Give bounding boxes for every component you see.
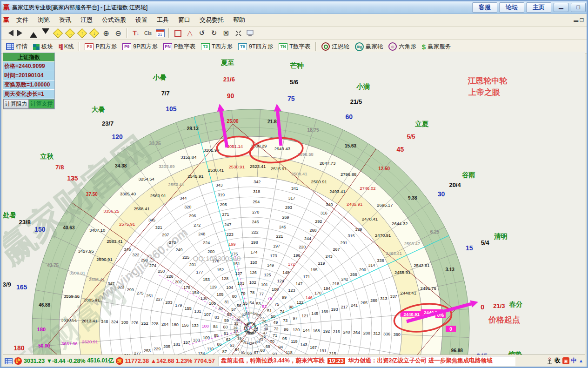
svg-text:3305.40: 3305.40	[120, 191, 136, 196]
view-button-0[interactable]: 行情	[6, 43, 27, 51]
pan-right-button[interactable]: →	[64, 28, 75, 38]
tray-arrow-icon[interactable]: ▲	[579, 358, 583, 363]
svg-text:2493.41: 2493.41	[329, 189, 345, 194]
svg-text:105: 105	[166, 105, 177, 113]
homepage-button[interactable]: 主页	[526, 2, 551, 13]
menu-item-8[interactable]: 交易委托	[195, 14, 228, 26]
menu-item-2[interactable]: 资讯	[54, 14, 76, 26]
calc-resistance-button[interactable]: 计算阻力	[3, 99, 29, 109]
rotate-ccw-button[interactable]: ↺	[196, 28, 207, 38]
pan-down-button[interactable]: ↓	[88, 28, 100, 38]
svg-text:3407.10: 3407.10	[89, 227, 105, 233]
svg-text:193: 193	[331, 307, 338, 312]
forum-button[interactable]: 论坛	[499, 2, 524, 13]
view-button-6[interactable]: T3T四方形	[201, 43, 233, 51]
svg-text:341: 341	[291, 186, 298, 191]
svg-text:2560.91: 2560.91	[150, 193, 166, 198]
shanghai-exchange-icon[interactable]: 沪	[14, 357, 22, 365]
cls-button[interactable]: Cls	[142, 28, 154, 38]
svg-text:52: 52	[262, 304, 267, 309]
svg-text:50.00: 50.00	[38, 343, 50, 348]
triangle-tool-button[interactable]: △	[184, 28, 195, 38]
view-button-10[interactable]: Big赢家轮	[355, 42, 383, 51]
svg-text:199: 199	[229, 242, 236, 247]
screen-button[interactable]	[245, 28, 256, 38]
menu-item-3[interactable]: 江恩	[76, 14, 97, 26]
svg-text:220: 220	[299, 245, 306, 249]
view-icon-5: PN	[163, 43, 172, 50]
menu-item-6[interactable]: 工具	[152, 14, 174, 26]
menu-item-0[interactable]: 文件	[12, 14, 33, 26]
view-label-3: P四方形	[95, 43, 117, 51]
forward-button[interactable]	[16, 28, 27, 38]
menu-item-5[interactable]: 设置	[131, 14, 152, 26]
view-button-8[interactable]: TNT数字表	[279, 43, 310, 51]
close-box-button[interactable]: ⊠	[220, 28, 232, 38]
view-button-9[interactable]: 江恩轮	[321, 42, 349, 51]
menu-item-1[interactable]: 浏览	[33, 14, 54, 26]
app-logo-icon: 赢	[3, 3, 10, 12]
tray-receive-label[interactable]: 收	[555, 357, 561, 365]
svg-text:85: 85	[214, 333, 219, 338]
svg-text:155: 155	[185, 306, 192, 311]
customer-service-button[interactable]: 客服	[472, 2, 497, 13]
pan-left-button[interactable]: ←	[52, 28, 63, 38]
svg-text:2949.43: 2949.43	[274, 146, 290, 151]
svg-text:247: 247	[224, 222, 231, 227]
svg-text:37.50: 37.50	[86, 192, 98, 197]
svg-text:57: 57	[231, 307, 236, 312]
svg-text:119: 119	[291, 339, 297, 344]
svg-text:2538.41: 2538.41	[208, 167, 224, 173]
svg-text:110: 110	[207, 347, 214, 351]
svg-text:28.13: 28.13	[187, 126, 199, 131]
rotate-cw-button[interactable]: ↻	[208, 28, 220, 38]
svg-text:321: 321	[155, 225, 162, 230]
view-button-4[interactable]: P99P四方形	[122, 43, 158, 51]
square-tool-button[interactable]	[172, 28, 183, 38]
svg-text:312: 312	[373, 331, 380, 336]
view-button-2[interactable]: ꔪ|||K线	[59, 43, 74, 51]
svg-text:154: 154	[192, 290, 199, 295]
svg-text:24: 24	[254, 326, 258, 330]
svg-text:147: 147	[296, 281, 303, 286]
svg-text:135: 135	[67, 174, 78, 182]
quote-grid-icon[interactable]	[5, 358, 13, 364]
t-indicator-button[interactable]: T↓	[130, 28, 141, 38]
view-button-3[interactable]: P3P四方形	[85, 43, 117, 51]
zoom-out-button[interactable]: ⊖	[113, 28, 124, 38]
menu-item-4[interactable]: 公式选股	[97, 14, 131, 26]
maximize-button[interactable]: ❐	[571, 3, 586, 12]
view-button-12[interactable]: $赢家服务	[422, 43, 451, 51]
down-button[interactable]	[40, 28, 51, 38]
view-button-7[interactable]: T99T四方形	[238, 43, 273, 51]
svg-text:55: 55	[243, 301, 247, 306]
svg-text:56: 56	[237, 303, 241, 308]
svg-text:43.75: 43.75	[47, 263, 59, 268]
back-button[interactable]	[4, 28, 15, 38]
zoom-in-button[interactable]: ⊕	[100, 28, 112, 38]
svg-text:131: 131	[194, 309, 201, 314]
view-button-5[interactable]: PNP数字表	[163, 43, 195, 51]
shenzhen-exchange-icon[interactable]: 深	[116, 357, 123, 365]
menu-item-7[interactable]: 窗口	[174, 14, 195, 26]
mdi-minimize-icon[interactable]: ▬ ❐	[574, 18, 584, 23]
view-button-1[interactable]: 板块	[33, 43, 53, 51]
calendar-button[interactable]: 21	[154, 28, 166, 38]
menu-item-9[interactable]: 帮助	[228, 14, 250, 26]
svg-text:123: 123	[288, 288, 295, 293]
tray-ime-label[interactable]: 中	[571, 357, 577, 365]
minimize-button[interactable]: ▬	[554, 3, 568, 12]
calc-support-button[interactable]: 计算支撑	[29, 99, 54, 109]
up-button[interactable]	[28, 28, 39, 38]
svg-text:106: 106	[209, 301, 216, 306]
svg-text:3356.25: 3356.25	[103, 208, 119, 214]
news-ticker[interactable]: 盘前走低，特斯拉跌3.44%，蔚来汽车跌 19:23 华力创通：出资2亿设立子公…	[219, 356, 515, 366]
pan-up-button[interactable]: ↑	[76, 28, 87, 38]
svg-text:169: 169	[321, 309, 328, 314]
fit-arrows-button[interactable]	[233, 28, 244, 38]
view-button-11[interactable]: ◎六角形	[388, 42, 416, 51]
svg-text:2553.41: 2553.41	[168, 182, 184, 187]
tray-app-icon[interactable]: ▣	[562, 357, 569, 364]
svg-text:5/4: 5/4	[481, 239, 490, 246]
svg-text:298: 298	[141, 258, 148, 262]
